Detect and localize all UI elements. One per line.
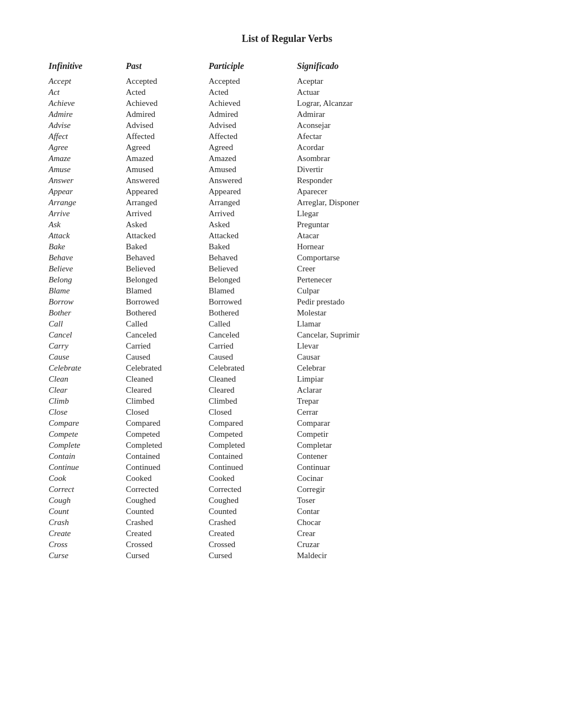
cell-6-0: Agree (44, 142, 121, 153)
cell-26-1: Celebrated (121, 362, 204, 373)
cell-23-3: Cancelar, Suprimir (293, 329, 530, 340)
cell-15-2: Baked (204, 241, 293, 252)
cell-42-0: Cross (44, 539, 121, 550)
cell-15-3: Hornear (293, 241, 530, 252)
table-row: CurseCursedCursedMaldecir (44, 550, 530, 561)
cell-26-3: Celebrar (293, 362, 530, 373)
cell-12-1: Arrived (121, 208, 204, 219)
cell-26-0: Celebrate (44, 362, 121, 373)
cell-32-3: Competir (293, 429, 530, 440)
table-row: CompareComparedComparedComparar (44, 417, 530, 429)
cell-30-3: Cerrar (293, 406, 530, 417)
cell-0-2: Accepted (204, 76, 293, 87)
cell-43-0: Curse (44, 550, 121, 561)
table-header-row: Infinitive Past Participle Significado (44, 60, 530, 76)
cell-7-0: Amaze (44, 153, 121, 164)
cell-16-2: Behaved (204, 252, 293, 263)
cell-36-2: Cooked (204, 473, 293, 484)
cell-5-1: Affected (121, 131, 204, 142)
cell-17-3: Creer (293, 263, 530, 274)
cell-35-0: Continue (44, 462, 121, 473)
cell-18-1: Belonged (121, 274, 204, 285)
table-row: ClearClearedClearedAclarar (44, 384, 530, 395)
cell-19-1: Blamed (121, 285, 204, 296)
cell-20-1: Borrowed (121, 296, 204, 307)
cell-14-3: Atacar (293, 230, 530, 241)
cell-38-1: Coughed (121, 495, 204, 506)
cell-1-2: Acted (204, 87, 293, 98)
header-significado: Significado (293, 60, 530, 76)
cell-8-2: Amused (204, 164, 293, 175)
cell-35-1: Continued (121, 462, 204, 473)
cell-24-1: Carried (121, 340, 204, 351)
cell-26-2: Celebrated (204, 362, 293, 373)
cell-10-2: Appeared (204, 186, 293, 197)
table-row: CarryCarriedCarriedLlevar (44, 340, 530, 351)
cell-2-1: Achieved (121, 98, 204, 109)
cell-16-0: Behave (44, 252, 121, 263)
cell-29-2: Climbed (204, 395, 293, 406)
cell-30-2: Closed (204, 406, 293, 417)
cell-39-3: Contar (293, 506, 530, 517)
cell-31-0: Compare (44, 417, 121, 429)
cell-37-0: Correct (44, 484, 121, 495)
cell-40-1: Crashed (121, 517, 204, 528)
cell-30-1: Closed (121, 406, 204, 417)
cell-43-2: Cursed (204, 550, 293, 561)
cell-40-0: Crash (44, 517, 121, 528)
cell-3-1: Admired (121, 109, 204, 120)
cell-38-2: Coughed (204, 495, 293, 506)
cell-25-3: Causar (293, 351, 530, 362)
cell-37-2: Corrected (204, 484, 293, 495)
cell-29-3: Trepar (293, 395, 530, 406)
cell-27-1: Cleaned (121, 373, 204, 384)
cell-34-1: Contained (121, 451, 204, 462)
cell-13-2: Asked (204, 219, 293, 230)
table-row: ArriveArrivedArrivedLlegar (44, 208, 530, 219)
table-row: ContainContainedContainedContener (44, 451, 530, 462)
cell-19-0: Blame (44, 285, 121, 296)
cell-13-1: Asked (121, 219, 204, 230)
cell-16-3: Comportarse (293, 252, 530, 263)
cell-2-0: Achieve (44, 98, 121, 109)
cell-9-1: Answered (121, 175, 204, 186)
cell-2-3: Lograr, Alcanzar (293, 98, 530, 109)
table-row: CompeteCompetedCompetedCompetir (44, 429, 530, 440)
cell-33-2: Completed (204, 440, 293, 451)
table-row: AmazeAmazedAmazedAsombrar (44, 153, 530, 164)
cell-33-0: Complete (44, 440, 121, 451)
cell-0-3: Aceptar (293, 76, 530, 87)
cell-22-1: Called (121, 318, 204, 329)
cell-24-3: Llevar (293, 340, 530, 351)
cell-3-2: Admired (204, 109, 293, 120)
cell-6-1: Agreed (121, 142, 204, 153)
cell-9-0: Answer (44, 175, 121, 186)
cell-11-3: Arreglar, Disponer (293, 197, 530, 208)
cell-18-3: Pertenecer (293, 274, 530, 285)
table-row: CauseCausedCausedCausar (44, 351, 530, 362)
table-row: CountCountedCountedContar (44, 506, 530, 517)
cell-40-3: Chocar (293, 517, 530, 528)
cell-21-0: Bother (44, 307, 121, 318)
cell-28-0: Clear (44, 384, 121, 395)
table-row: AcceptAcceptedAcceptedAceptar (44, 76, 530, 87)
cell-42-1: Crossed (121, 539, 204, 550)
table-row: AdviseAdvisedAdvisedAconsejar (44, 120, 530, 131)
table-row: CorrectCorrectedCorrectedCorregir (44, 484, 530, 495)
verb-table: Infinitive Past Participle Significado A… (44, 60, 530, 561)
cell-0-1: Accepted (121, 76, 204, 87)
cell-25-1: Caused (121, 351, 204, 362)
table-row: CompleteCompletedCompletedCompletar (44, 440, 530, 451)
cell-6-2: Agreed (204, 142, 293, 153)
cell-19-2: Blamed (204, 285, 293, 296)
cell-18-0: Belong (44, 274, 121, 285)
table-row: BelieveBelievedBelievedCreer (44, 263, 530, 274)
cell-32-1: Competed (121, 429, 204, 440)
cell-37-1: Corrected (121, 484, 204, 495)
cell-27-2: Cleaned (204, 373, 293, 384)
table-row: ActActedActedActuar (44, 87, 530, 98)
table-row: BakeBakedBakedHornear (44, 241, 530, 252)
table-row: CloseClosedClosedCerrar (44, 406, 530, 417)
table-row: CelebrateCelebratedCelebratedCelebrar (44, 362, 530, 373)
cell-0-0: Accept (44, 76, 121, 87)
